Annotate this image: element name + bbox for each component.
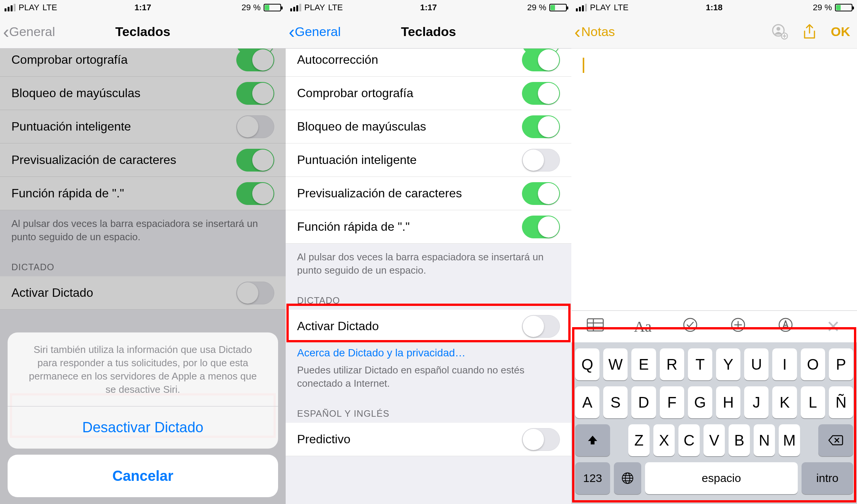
toggle[interactable]: [236, 149, 274, 172]
key-p[interactable]: P: [829, 348, 853, 380]
key-r[interactable]: R: [660, 348, 684, 380]
text-style-button[interactable]: Aa: [619, 318, 666, 335]
formatting-toolbar: Aa ✕: [571, 310, 857, 342]
toggle[interactable]: [236, 182, 274, 205]
key-w[interactable]: W: [603, 348, 628, 380]
globe-key[interactable]: [614, 462, 641, 494]
battery-icon: [835, 4, 852, 11]
key-d[interactable]: D: [631, 386, 656, 418]
section-header-dictation: DICTADO: [286, 284, 571, 310]
key-y[interactable]: Y: [716, 348, 740, 380]
key-l[interactable]: L: [801, 386, 825, 418]
key-n[interactable]: N: [754, 424, 775, 456]
row-label: Previsualización de caracteres: [11, 153, 236, 167]
toggle[interactable]: [236, 115, 274, 138]
key-b[interactable]: B: [729, 424, 750, 456]
row-label: Previsualización de caracteres: [297, 186, 522, 200]
dictation-privacy-link[interactable]: Acerca de Dictado y la privacidad…: [286, 343, 571, 361]
keyboard-row-4: 123 espacio intro: [575, 462, 853, 494]
key-s[interactable]: S: [603, 386, 628, 418]
key-m[interactable]: M: [779, 424, 800, 456]
toggle[interactable]: [236, 282, 274, 304]
add-people-icon[interactable]: [772, 24, 788, 40]
key-c[interactable]: C: [678, 424, 700, 456]
key-a[interactable]: A: [575, 386, 599, 418]
key-z[interactable]: Z: [628, 424, 650, 456]
space-key[interactable]: espacio: [645, 462, 798, 494]
key-j[interactable]: J: [744, 386, 768, 418]
row-predictive: Predictivo: [286, 423, 571, 456]
key-k[interactable]: K: [772, 386, 797, 418]
keyboard-row-1: Q W E R T Y U I O P: [575, 348, 853, 380]
clock: 1:18: [571, 3, 857, 13]
row-label: Autocorrección: [297, 53, 522, 67]
status-bar: PLAY LTE 1:17 29 %: [286, 0, 571, 15]
done-button[interactable]: OK: [831, 24, 850, 39]
sheet-disable-dictation-button[interactable]: Desactivar Dictado: [8, 406, 278, 449]
key-x[interactable]: X: [653, 424, 675, 456]
toggle[interactable]: [236, 82, 274, 105]
back-button[interactable]: ‹ Notas: [571, 21, 615, 42]
toggle[interactable]: [522, 149, 560, 172]
shift-key[interactable]: [575, 424, 610, 456]
key-e[interactable]: E: [631, 348, 656, 380]
table-icon[interactable]: [571, 318, 619, 335]
key-enye[interactable]: Ñ: [829, 386, 853, 418]
row-period-shortcut: Función rápida de ".": [0, 177, 286, 210]
key-f[interactable]: F: [660, 386, 684, 418]
markup-icon[interactable]: [762, 317, 809, 336]
row-smart-punctuation: Puntuación inteligente: [286, 143, 571, 177]
numeric-key[interactable]: 123: [575, 462, 610, 494]
backspace-key[interactable]: [818, 424, 853, 456]
row-label: Bloqueo de mayúsculas: [297, 120, 522, 134]
toggle[interactable]: [522, 49, 560, 71]
toggle[interactable]: [522, 315, 560, 338]
footer-note: Al pulsar dos veces la barra espaciadora…: [286, 244, 571, 284]
sheet-cancel-button[interactable]: Cancelar: [8, 455, 278, 497]
key-h[interactable]: H: [716, 386, 740, 418]
sheet-message: Siri también utiliza la información que …: [8, 332, 278, 406]
toggle[interactable]: [522, 115, 560, 138]
row-label: Puntuación inteligente: [297, 153, 522, 167]
svg-rect-3: [587, 319, 603, 331]
key-u[interactable]: U: [744, 348, 768, 380]
note-editor[interactable]: [571, 49, 857, 310]
row-char-preview: Previsualización de caracteres: [286, 177, 571, 210]
row-label: Predictivo: [297, 432, 522, 446]
add-attachment-icon[interactable]: [714, 317, 762, 336]
row-caps-lock: Bloqueo de mayúsculas: [0, 77, 286, 110]
toggle[interactable]: [522, 82, 560, 105]
row-smart-punctuation: Puntuación inteligente: [0, 110, 286, 143]
row-check-spelling: Comprobar ortografía: [0, 49, 286, 77]
checklist-icon[interactable]: [667, 317, 714, 336]
row-label: Puntuación inteligente: [11, 120, 236, 134]
status-bar: PLAY LTE 1:17 29 %: [0, 0, 286, 15]
key-t[interactable]: T: [688, 348, 712, 380]
nav-bar: ‹ General Teclados: [0, 15, 286, 49]
keyboard: Q W E R T Y U I O P A S D F G H J K L: [571, 342, 857, 504]
key-o[interactable]: O: [801, 348, 825, 380]
share-icon[interactable]: [801, 24, 818, 40]
toggle[interactable]: [236, 49, 274, 71]
toggle[interactable]: [522, 428, 560, 451]
toggle[interactable]: [522, 182, 560, 205]
clock: 1:17: [0, 3, 286, 13]
row-label: Comprobar ortografía: [297, 86, 522, 100]
close-toolbar-icon[interactable]: ✕: [810, 317, 857, 336]
keyboard-row-2: A S D F G H J K L Ñ: [575, 386, 853, 418]
key-v[interactable]: V: [704, 424, 725, 456]
battery-icon: [264, 4, 281, 11]
key-q[interactable]: Q: [575, 348, 599, 380]
row-label: Activar Dictado: [11, 286, 236, 300]
chevron-left-icon: ‹: [574, 21, 580, 42]
toggle[interactable]: [522, 216, 560, 238]
row-label: Función rápida de ".": [297, 220, 522, 234]
page-title: Teclados: [0, 24, 286, 39]
row-enable-dictation: Activar Dictado: [0, 276, 286, 310]
key-g[interactable]: G: [688, 386, 712, 418]
row-label: Bloqueo de mayúsculas: [11, 86, 236, 100]
key-i[interactable]: I: [772, 348, 797, 380]
return-key[interactable]: intro: [802, 462, 853, 494]
section-header-dictation: DICTADO: [0, 250, 286, 276]
row-period-shortcut: Función rápida de ".": [286, 210, 571, 244]
